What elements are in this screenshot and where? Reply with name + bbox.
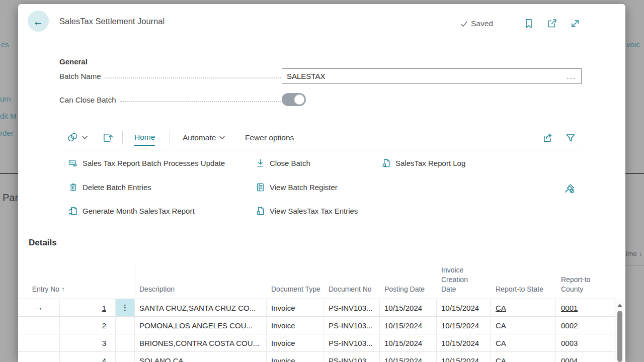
scroll-up-icon[interactable] — [617, 304, 622, 307]
action-view-batch-register[interactable]: View Batch Register — [256, 183, 338, 192]
cell-document-type[interactable]: Invoice — [267, 317, 324, 334]
page-inspector-button[interactable] — [102, 132, 113, 145]
cell-description[interactable]: SOLANO,CA — [135, 352, 267, 362]
back-button[interactable]: ← — [28, 11, 49, 32]
table-row[interactable]: → 4 ⋮ SOLANO,CA Invoice PS-INV103... 10/… — [18, 352, 615, 362]
svg-text:Abc: Abc — [70, 160, 75, 164]
backdrop-link-fragment: voic — [626, 40, 640, 49]
cell-document-type[interactable]: Invoice — [267, 299, 324, 317]
batch-name-label: Batch Name — [59, 72, 101, 80]
toolbar-divider — [170, 131, 170, 144]
cell-posting-date[interactable]: 10/15/2024 — [380, 334, 437, 352]
backdrop-link-fragment: urn — [0, 95, 11, 103]
filter-button[interactable] — [565, 132, 576, 145]
refresh-page-icon — [102, 132, 113, 143]
table-row[interactable]: → 3 ⋮ BRIONES,CONTRA COSTA COU... Invoic… — [18, 334, 615, 352]
share-icon — [542, 132, 553, 143]
cell-entry-no[interactable]: 4 — [60, 352, 116, 362]
column-header-description[interactable]: Description — [139, 285, 175, 294]
copilot-menu-button[interactable] — [67, 132, 88, 143]
row-selector-cell[interactable]: → — [18, 299, 60, 317]
open-in-new-window-icon[interactable] — [546, 18, 557, 29]
generate-report-icon — [68, 206, 78, 216]
action-delete-batch-entries[interactable]: Delete Batch Entries — [68, 183, 151, 192]
column-header-report-to-state[interactable]: Report-to State — [496, 285, 551, 294]
screen: es urn dit M rder Par voic ime ↓ ← Sales… — [0, 0, 644, 362]
cell-document-no[interactable]: PS-INV103... — [324, 317, 380, 334]
cell-entry-no[interactable]: 1 — [60, 299, 116, 317]
unpin-icon — [564, 183, 575, 194]
unpin-button[interactable] — [564, 183, 575, 196]
details-section-title: Details — [29, 238, 57, 248]
column-header-document-no[interactable]: Document No — [329, 285, 376, 294]
bookmark-icon[interactable] — [523, 18, 534, 29]
cell-posting-date[interactable]: 10/15/2024 — [380, 299, 437, 317]
cell-invoice-creation-date[interactable]: 10/15/2024 — [437, 299, 491, 317]
backdrop-link-fragment: es — [1, 40, 9, 49]
cell-invoice-creation-date[interactable]: 10/15/2024 — [437, 334, 491, 352]
tab-home[interactable]: Home — [134, 133, 155, 146]
cell-description[interactable]: BRIONES,CONTRA COSTA COU... — [135, 334, 267, 352]
cell-posting-date[interactable]: 10/15/2024 — [380, 352, 437, 362]
backdrop-link-fragment: dit M — [0, 112, 17, 120]
table-row[interactable]: → 1 ⋮ SANTA CRUZ,SANTA CRUZ CO... Invoic… — [18, 299, 615, 317]
column-header-entry-no[interactable]: Entry No ↑ — [18, 285, 65, 294]
table-row[interactable]: → 2 ⋮ POMONA,LOS ANGELES COU... Invoice … — [18, 317, 615, 334]
column-header-invoice-creation-date[interactable]: Invoice Creation Date — [441, 265, 484, 294]
cell-report-to-county[interactable]: 0001 — [556, 299, 615, 317]
cell-posting-date[interactable]: 10/15/2024 — [380, 317, 437, 334]
sort-ascending-icon: ↑ — [61, 285, 65, 293]
close-batch-icon — [256, 158, 265, 168]
chevron-down-icon — [219, 136, 225, 140]
cell-report-to-state[interactable]: CA — [491, 334, 556, 352]
action-sales-tax-report-batch-processes-update[interactable]: Abc Sales Tax Report Batch Processes Upd… — [68, 158, 225, 168]
expand-icon[interactable] — [570, 18, 581, 29]
grid-scrollbar[interactable] — [615, 299, 624, 362]
cell-report-to-county[interactable]: 0004 — [556, 352, 615, 362]
cell-report-to-county[interactable]: 0003 — [556, 334, 615, 352]
action-generate-month-salestax-report[interactable]: Generate Month SalesTax Report — [68, 206, 195, 216]
row-selector-cell[interactable]: → — [18, 352, 60, 362]
assist-edit-button[interactable]: ... — [561, 72, 581, 80]
register-icon — [256, 183, 265, 192]
toolbar-separator — [59, 150, 583, 150]
share-button[interactable] — [542, 132, 553, 145]
cell-document-no[interactable]: PS-INV103... — [324, 334, 380, 352]
row-menu-cell[interactable]: ⋮ — [116, 352, 135, 362]
row-selector-cell[interactable]: → — [18, 317, 60, 334]
cell-report-to-state[interactable]: CA — [491, 299, 556, 317]
column-header-document-type[interactable]: Document Type — [271, 285, 321, 294]
trash-icon — [68, 183, 78, 192]
can-close-batch-toggle[interactable] — [282, 93, 306, 106]
cell-entry-no[interactable]: 2 — [60, 317, 116, 334]
cell-report-to-state[interactable]: CA — [491, 317, 556, 334]
row-menu-cell[interactable]: ⋮ — [116, 317, 135, 334]
scrollbar-thumb[interactable] — [617, 311, 622, 362]
row-selector-cell[interactable]: → — [18, 334, 60, 352]
cell-document-no[interactable]: PS-INV103... — [324, 299, 380, 317]
cell-entry-no[interactable]: 3 — [60, 334, 116, 352]
cell-report-to-county[interactable]: 0002 — [556, 317, 615, 334]
copilot-icon — [67, 132, 78, 143]
toolbar-divider — [122, 131, 123, 144]
cell-description[interactable]: POMONA,LOS ANGELES COU... — [135, 317, 267, 334]
row-menu-cell[interactable]: ⋮ — [116, 299, 135, 317]
action-salestax-report-log[interactable]: SalesTax Report Log — [381, 158, 465, 168]
fewer-options-button[interactable]: Fewer options — [245, 133, 294, 142]
cell-document-type[interactable]: Invoice — [267, 352, 324, 362]
cell-document-type[interactable]: Invoice — [267, 334, 324, 352]
cell-invoice-creation-date[interactable]: 10/15/2024 — [437, 352, 491, 362]
action-view-salestax-tax-entries[interactable]: View SalesTax Tax Entries — [256, 206, 358, 216]
row-menu-cell[interactable]: ⋮ — [116, 334, 135, 352]
check-icon — [460, 20, 468, 28]
column-header-report-to-county[interactable]: Report-to County — [561, 275, 611, 294]
tab-automate[interactable]: Automate — [183, 133, 225, 142]
cell-description[interactable]: SANTA CRUZ,SANTA CRUZ CO... — [135, 299, 267, 317]
cell-report-to-state[interactable]: CA — [491, 352, 556, 362]
column-header-posting-date[interactable]: Posting Date — [384, 285, 425, 294]
cell-document-no[interactable]: PS-INV103... — [324, 352, 380, 362]
cell-invoice-creation-date[interactable]: 10/15/2024 — [437, 317, 491, 334]
filter-icon — [565, 132, 576, 143]
action-close-batch[interactable]: Close Batch — [256, 158, 310, 168]
batch-name-input[interactable] — [282, 72, 561, 80]
